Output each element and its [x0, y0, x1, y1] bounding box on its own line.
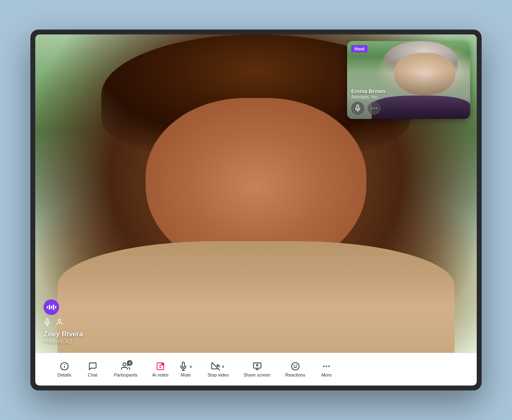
main-participant-name: Zoey Rivera [43, 330, 83, 338]
stop-video-button[interactable]: ▲ Stop video [202, 359, 235, 380]
svg-point-10 [123, 363, 126, 365]
chat-icon [88, 362, 97, 371]
toolbar: Details Chat [35, 353, 477, 386]
svg-point-18 [291, 362, 299, 370]
screen: Zoey Rivera Pheonix, AZ Host Emma Brown … [35, 34, 477, 386]
share-screen-icon [252, 362, 261, 371]
reactions-label: Reactions [285, 372, 305, 377]
main-video: Zoey Rivera Pheonix, AZ Host Emma Brown … [35, 34, 477, 353]
svg-point-23 [329, 365, 330, 367]
laptop-frame: Zoey Rivera Pheonix, AZ Host Emma Brown … [30, 30, 482, 390]
svg-point-6 [376, 108, 377, 109]
reactions-icon [291, 362, 300, 371]
pip-video: Host Emma Brown Aerolabs, Inc. [347, 41, 470, 119]
more-icon [322, 362, 331, 371]
participants-button[interactable]: 2 Participants [108, 359, 143, 380]
toolbar-left: Details Chat [52, 359, 174, 380]
mic-icon: ▲ [179, 362, 193, 371]
chat-button[interactable]: Chat [80, 359, 105, 380]
main-person-info: Zoey Rivera Pheonix, AZ [43, 299, 83, 345]
ai-notes-icon: AI [156, 362, 165, 371]
chat-label: Chat [88, 372, 97, 377]
main-participant-location: Pheonix, AZ [43, 338, 83, 345]
svg-text:AI: AI [162, 363, 164, 365]
info-icon [60, 362, 69, 371]
audio-indicator [43, 299, 59, 315]
participants-label: Participants [114, 372, 137, 377]
pip-actions [351, 102, 466, 115]
more-label: More [322, 372, 332, 377]
svg-point-4 [372, 108, 373, 109]
reactions-button[interactable]: Reactions [279, 359, 311, 380]
pip-participant-name: Emma Brown [351, 88, 466, 94]
mic-status-icon [43, 318, 51, 328]
clothing-overlay [57, 241, 455, 353]
ai-notes-button[interactable]: AI Ai notes [146, 359, 174, 380]
share-screen-button[interactable]: Share screen [238, 359, 276, 380]
svg-point-2 [58, 319, 61, 322]
mute-label: Mute [181, 372, 191, 377]
pip-participant-company: Aerolabs, Inc. [351, 94, 466, 99]
person-icon [56, 318, 63, 328]
main-controls-row [43, 318, 83, 328]
pip-more-button[interactable] [368, 102, 381, 115]
mute-chevron-icon: ▲ [189, 364, 193, 368]
svg-point-21 [323, 365, 325, 367]
details-button[interactable]: Details [52, 359, 77, 380]
pip-overlay: Emma Brown Aerolabs, Inc. [347, 41, 470, 119]
stop-video-chevron-icon: ▲ [221, 364, 225, 368]
share-screen-label: Share screen [244, 372, 270, 377]
more-button[interactable]: More [314, 359, 339, 380]
details-label: Details [57, 372, 71, 377]
pip-mic-button[interactable] [351, 102, 364, 115]
video-off-icon: ▲ [211, 362, 225, 371]
audio-bars [47, 304, 56, 310]
svg-point-5 [374, 108, 375, 109]
mute-button[interactable]: ▲ Mute [173, 359, 199, 380]
participants-icon: 2 [121, 362, 130, 371]
participants-badge: 2 [127, 360, 133, 366]
svg-point-22 [326, 365, 327, 367]
stop-video-label: Stop video [208, 372, 229, 377]
toolbar-center: ▲ Mute ▲ Stop video [173, 359, 339, 380]
ai-notes-label: Ai notes [152, 372, 169, 377]
